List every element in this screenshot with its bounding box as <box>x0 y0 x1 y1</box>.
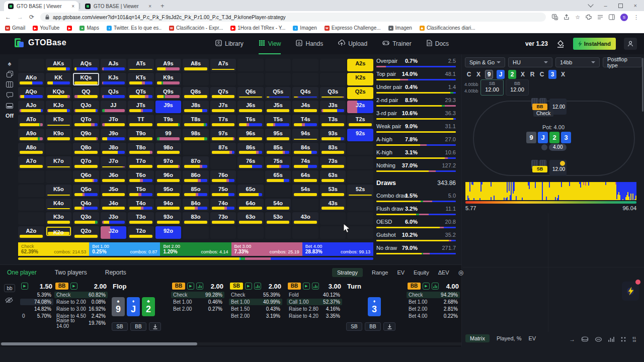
horizontal-scrollbar[interactable] <box>0 342 461 345</box>
bookmark-item[interactable]: MGmail <box>5 25 25 31</box>
matrix-cell-Q2o[interactable]: Q2o <box>73 226 99 239</box>
view-tab-ev[interactable]: EV <box>397 269 405 276</box>
action-token-C[interactable]: C <box>466 71 472 78</box>
action-card-2[interactable]: 2 <box>508 70 516 79</box>
comments-icon[interactable] <box>6 91 14 99</box>
matrix-cell-64o[interactable]: 64o <box>237 199 264 211</box>
matrix-cell-AJs[interactable]: AJs <box>101 59 127 71</box>
bar-chart-icon[interactable] <box>608 336 614 342</box>
action-row[interactable]: Bet 1.0040.99% <box>229 299 282 305</box>
action-token-C[interactable]: C <box>539 71 545 78</box>
binary-values-icon[interactable]: 0110 <box>632 336 636 342</box>
matrix-cell-AJo[interactable]: AJo <box>18 101 44 113</box>
matrix-cell-A7s[interactable]: A7s <box>210 59 236 71</box>
matrix-cell-Q9o[interactable]: Q9o <box>73 129 99 141</box>
postflop-type-button[interactable]: Postflop type <box>603 57 642 67</box>
matrix-cell-ATo[interactable]: ATo <box>18 115 44 127</box>
matrix-cell-A8s[interactable]: A8s <box>183 59 209 71</box>
matrix-cell-Q5o[interactable]: Q5o <box>73 185 99 197</box>
matrix-cell-T3s[interactable]: T3s <box>320 115 346 127</box>
side-panel-icon[interactable] <box>609 14 615 20</box>
address-bar[interactable]: app.gtobase.com/viewer?id=101&q=14_P.c_P… <box>40 13 546 22</box>
off-toggle[interactable]: Off <box>6 112 14 120</box>
scrollbar-thumb[interactable] <box>1 342 197 345</box>
matrix-cell-83s[interactable]: 83s <box>320 143 346 155</box>
matrix-cell-TT[interactable]: TT <box>128 115 154 127</box>
vertical-scrollbar[interactable] <box>642 58 643 112</box>
matrix-cell-74s[interactable]: 74s <box>292 156 318 169</box>
matrix-cell-95s[interactable]: 95s <box>265 129 291 141</box>
matrix-cell-QQ[interactable]: QQ <box>73 87 99 100</box>
strip-segment-bet-1-00[interactable]: Bet 1.000.25%combos: 0.87 <box>89 242 160 256</box>
select-spin-go[interactable]: Spin & Go <box>465 57 505 67</box>
bookmark-item[interactable]: tImagen <box>293 25 316 31</box>
matrix-cell-Q7o[interactable]: Q7o <box>73 156 99 169</box>
action-card-J[interactable]: J <box>497 70 505 79</box>
matrix-cell-54s[interactable]: 54s <box>292 185 318 197</box>
matrix-cell-65o[interactable]: 65o <box>237 185 264 197</box>
action-row[interactable]: Raise to 14.0019.76% <box>54 320 108 326</box>
account-button[interactable] <box>624 38 637 50</box>
matrix-cell-T5o[interactable]: T5o <box>128 185 154 197</box>
matrix-cell-Q4o[interactable]: Q4o <box>73 199 99 211</box>
tab-search-icon[interactable] <box>588 2 594 7</box>
browser-menu-icon[interactable]: ⋮ <box>633 14 639 21</box>
matrix-cell-T6o[interactable]: T6o <box>128 170 154 183</box>
matrix-cell-T9s[interactable]: T9s <box>155 115 182 127</box>
matrix-cell-97o[interactable]: 97o <box>155 156 182 169</box>
matrix-cell-87o[interactable]: 87o <box>183 156 209 169</box>
matrix-cell-T6s[interactable]: T6s <box>237 115 264 127</box>
matrix-cell-76o[interactable]: 76o <box>210 170 236 183</box>
chip-flat-icon[interactable] <box>595 336 602 342</box>
matrix-cell-KK[interactable]: KK <box>46 73 72 85</box>
copy-icon[interactable] <box>6 70 14 78</box>
nav-item-upload[interactable]: Upload <box>338 33 367 54</box>
nav-item-view[interactable]: View <box>259 33 281 54</box>
action-row[interactable]: Check94.29% <box>407 292 460 298</box>
matrix-cell-Q8s[interactable]: Q8s <box>183 87 209 100</box>
matrix-cell-J3o[interactable]: J3o <box>101 212 127 225</box>
gtobase-logo[interactable]: GTOBase <box>14 38 66 48</box>
hide-eye-icon[interactable] <box>5 296 13 305</box>
action-row[interactable]: Check60.82% <box>54 292 108 298</box>
matrix-cell-43s[interactable]: 43s <box>320 199 346 211</box>
action-token-X[interactable]: X <box>475 71 481 78</box>
visibility-options-icon[interactable]: ◎ <box>458 269 463 276</box>
action-row[interactable]: Raise to 2.804.16% <box>287 306 342 312</box>
download-button[interactable] <box>149 322 161 331</box>
matrix-cell-JTo[interactable]: JTo <box>101 115 127 127</box>
bookmark-item[interactable]: ▶ <box>67 26 72 31</box>
seat-tab-bb[interactable]: BB 12.00 <box>506 79 529 96</box>
matrix-tab-ev[interactable]: EV <box>528 335 536 341</box>
matrix-cell-94o[interactable]: 94o <box>155 199 182 211</box>
play-icon[interactable]: ▶ <box>303 283 310 290</box>
bookmark-item[interactable]: WExpresso Challenge... <box>325 25 381 31</box>
matrix-cell-J9o[interactable]: J9o <box>101 129 127 141</box>
matrix-cell-J4o[interactable]: J4o <box>101 199 127 211</box>
matrix-cell-A9s[interactable]: A9s <box>155 59 182 71</box>
action-token-R[interactable]: R <box>529 71 535 78</box>
matrix-cell-92o[interactable]: 92o <box>155 226 182 239</box>
matrix-cell-J9s[interactable]: J9s <box>155 101 182 113</box>
position-button-sb[interactable]: SB <box>112 322 128 331</box>
bookmark-item[interactable]: ▶1Hora del TtRex - Y... <box>230 25 285 31</box>
matrix-cell-75s[interactable]: 75s <box>265 156 291 169</box>
chart-icon[interactable] <box>196 283 203 290</box>
view-tab-equity[interactable]: Equity <box>414 269 429 276</box>
stacked-chips-icon[interactable] <box>581 336 589 342</box>
strip-segment-check[interactable]: Check62.39%combos: 214.53 <box>18 242 89 256</box>
download-button[interactable] <box>383 322 395 331</box>
matrix-cell-ATs[interactable]: ATs <box>128 59 154 71</box>
matrix-cell-J7o[interactable]: J7o <box>101 156 127 169</box>
matrix-tab-matrix[interactable]: Matrix <box>465 334 490 342</box>
matrix-cell-97s[interactable]: 97s <box>210 129 236 141</box>
instahand-button[interactable]: InstaHand <box>573 38 616 50</box>
action-row[interactable]: Check55.39% <box>229 292 282 298</box>
nav-item-hands[interactable]: Hands <box>296 33 323 54</box>
matrix-cell-J3s[interactable]: J3s <box>320 101 346 113</box>
play-icon[interactable]: ▶ <box>245 283 252 290</box>
action-row[interactable]: Bet 4.000.22% <box>407 313 460 319</box>
maximize-icon[interactable] <box>618 4 623 8</box>
matrix-cell-AKs[interactable]: AKs <box>46 59 72 71</box>
matrix-cell-KQo[interactable]: KQo <box>46 87 72 100</box>
